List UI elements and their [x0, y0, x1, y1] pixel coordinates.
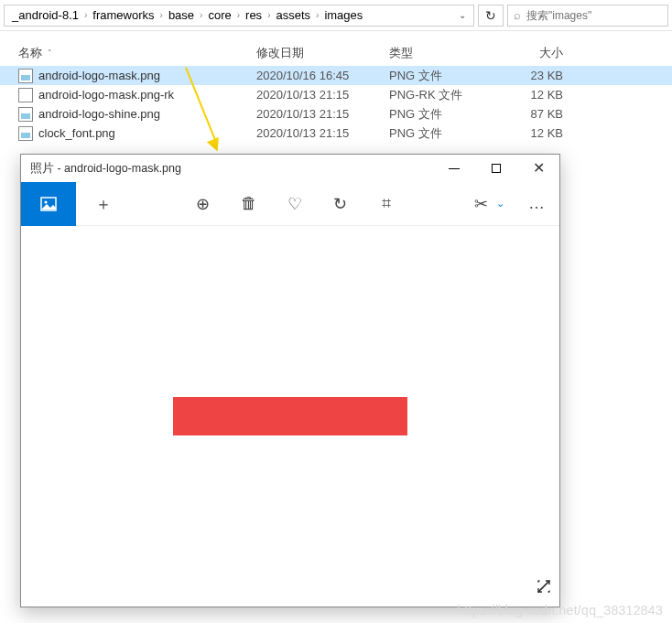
- crop-icon: ⌗: [382, 194, 391, 213]
- scissors-icon: ✂: [474, 194, 488, 214]
- file-icon: [18, 88, 33, 102]
- file-type: PNG-RK 文件: [389, 87, 490, 103]
- crumb-3[interactable]: core: [204, 8, 234, 22]
- heart-icon: ♡: [287, 194, 302, 214]
- file-date: 2020/10/16 16:45: [256, 69, 389, 82]
- chevron-right-icon: ›: [314, 10, 320, 20]
- file-name: clock_font.png: [38, 126, 256, 140]
- file-date: 2020/10/13 21:15: [256, 126, 389, 140]
- chevron-right-icon: ›: [158, 10, 165, 20]
- maximize-button[interactable]: [475, 155, 517, 182]
- resize-icon: [536, 578, 552, 595]
- file-date: 2020/10/13 21:15: [256, 88, 389, 102]
- refresh-icon: ↻: [485, 8, 496, 23]
- view-mode-button[interactable]: [21, 182, 76, 226]
- delete-button[interactable]: 🗑: [226, 182, 272, 226]
- redaction-box: [173, 397, 407, 435]
- plus-icon: ＋: [95, 193, 112, 215]
- crumb-4[interactable]: res: [242, 8, 266, 22]
- zoom-icon: ⊕: [196, 194, 210, 214]
- edit-dropdown-icon[interactable]: ⌄: [496, 198, 504, 209]
- rotate-icon: ↻: [333, 194, 347, 214]
- chevron-right-icon: ›: [266, 10, 272, 20]
- photo-toolbar: ＋ ⊕ 🗑 ♡ ↻ ⌗ ✂ ⌄ …: [21, 182, 559, 226]
- file-name: android-logo-mask.png: [38, 69, 256, 82]
- header-size[interactable]: 大小: [490, 45, 572, 61]
- file-icon: [18, 107, 33, 122]
- header-name[interactable]: 名称 ˄: [18, 45, 256, 61]
- file-name: android-logo-shine.png: [38, 107, 256, 121]
- file-list: android-logo-mask.png 2020/10/16 16:45 P…: [0, 66, 672, 143]
- file-size: 12 KB: [490, 126, 572, 140]
- chevron-right-icon: ›: [82, 10, 89, 20]
- file-icon: [18, 69, 33, 83]
- crumb-6[interactable]: images: [320, 8, 366, 22]
- resize-handle[interactable]: [536, 578, 552, 599]
- file-size: 87 KB: [490, 107, 572, 121]
- file-icon: [18, 126, 33, 141]
- photo-preview-window: 照片 - android-logo-mask.png ✕ ＋ ⊕ 🗑 ♡ ↻ ⌗…: [20, 154, 560, 607]
- file-row[interactable]: android-logo-shine.png 2020/10/13 21:15 …: [0, 104, 672, 124]
- file-row[interactable]: android-logo-mask.png-rk 2020/10/13 21:1…: [0, 85, 672, 104]
- search-box[interactable]: ⌕: [507, 5, 668, 27]
- list-header: 名称 ˄ 修改日期 类型 大小: [0, 40, 672, 66]
- crop-button[interactable]: ⌗: [363, 182, 409, 226]
- minimize-icon: [449, 168, 460, 169]
- address-bar: _android-8.1› frameworks› base› core› re…: [0, 0, 672, 31]
- sort-caret-icon: ˄: [48, 48, 52, 58]
- chevron-right-icon: ›: [235, 10, 242, 20]
- crumb-0[interactable]: _android-8.1: [8, 8, 82, 22]
- file-row[interactable]: clock_font.png 2020/10/13 21:15 PNG 文件 1…: [0, 124, 672, 143]
- file-name: android-logo-mask.png-rk: [38, 88, 256, 102]
- trash-icon: 🗑: [241, 194, 257, 213]
- header-type[interactable]: 类型: [389, 45, 490, 61]
- search-input[interactable]: [526, 9, 664, 22]
- minimize-button[interactable]: [433, 155, 475, 182]
- maximize-icon: [492, 164, 501, 173]
- file-size: 12 KB: [490, 88, 572, 102]
- zoom-button[interactable]: ⊕: [180, 182, 226, 226]
- file-date: 2020/10/13 21:15: [256, 107, 389, 121]
- close-button[interactable]: ✕: [517, 155, 559, 182]
- chevron-down-icon[interactable]: ⌄: [455, 10, 470, 20]
- rotate-button[interactable]: ↻: [318, 182, 363, 226]
- photo-canvas: [21, 226, 559, 607]
- file-row[interactable]: android-logo-mask.png 2020/10/16 16:45 P…: [0, 66, 672, 85]
- file-type: PNG 文件: [389, 106, 490, 123]
- crumb-1[interactable]: frameworks: [89, 8, 157, 22]
- window-title: 照片 - android-logo-mask.png: [30, 161, 433, 177]
- svg-point-1: [44, 200, 47, 203]
- file-type: PNG 文件: [389, 125, 490, 142]
- add-button[interactable]: ＋: [76, 182, 131, 226]
- file-type: PNG 文件: [389, 68, 490, 84]
- crumb-2[interactable]: base: [165, 8, 198, 22]
- search-icon: ⌕: [514, 8, 521, 22]
- refresh-button[interactable]: ↻: [478, 5, 504, 27]
- window-title-bar[interactable]: 照片 - android-logo-mask.png ✕: [21, 155, 559, 182]
- chevron-right-icon: ›: [198, 10, 204, 20]
- header-name-label: 名称: [18, 45, 42, 61]
- more-button[interactable]: …: [514, 182, 559, 226]
- breadcrumb[interactable]: _android-8.1› frameworks› base› core› re…: [4, 5, 474, 27]
- favorite-button[interactable]: ♡: [272, 182, 318, 226]
- crumb-5[interactable]: assets: [272, 8, 314, 22]
- close-icon: ✕: [533, 161, 545, 176]
- image-icon: [39, 195, 58, 213]
- file-size: 23 KB: [490, 69, 572, 82]
- header-date[interactable]: 修改日期: [256, 45, 389, 61]
- more-icon: …: [528, 194, 545, 213]
